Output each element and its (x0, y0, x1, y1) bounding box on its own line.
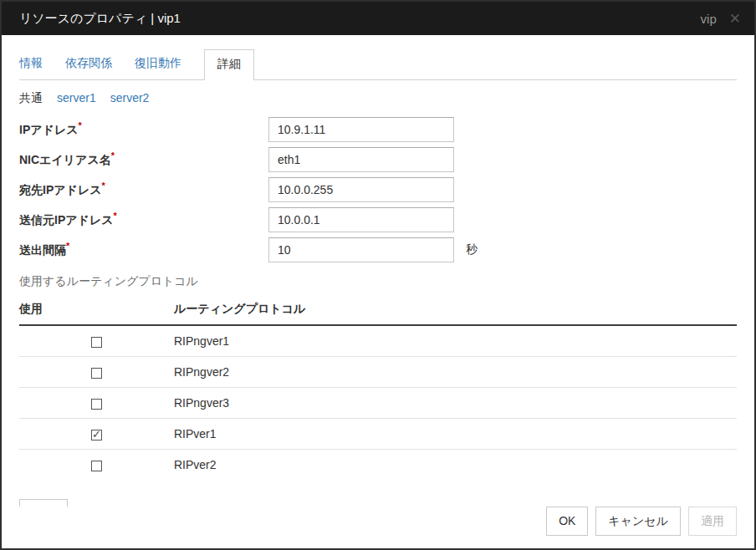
field-label: 宛先IPアドレス* (19, 181, 268, 198)
ok-button[interactable]: OK (546, 507, 588, 536)
protocol-name: RIPngver2 (174, 357, 737, 388)
detail-form: IPアドレス*NICエイリアス名*宛先IPアドレス*送信元IPアドレス*送出間隔… (19, 116, 737, 262)
required-asterisk: * (114, 211, 117, 221)
field-input[interactable] (268, 177, 454, 202)
required-asterisk: * (102, 181, 105, 191)
server-subtabs: 共通server1server2 (19, 91, 737, 106)
form-row: IPアドレス* (19, 116, 737, 142)
table-row: RIPver1 (19, 419, 737, 450)
use-checkbox[interactable] (91, 461, 102, 471)
form-row: NICエイリアス名* (19, 146, 737, 172)
field-input[interactable] (268, 237, 454, 262)
adjust-button[interactable]: 調整 (19, 499, 68, 507)
close-icon[interactable]: ✕ (729, 12, 741, 26)
apply-button[interactable]: 適用 (688, 507, 737, 536)
use-checkbox[interactable] (91, 368, 102, 379)
table-row: RIPver2 (19, 450, 737, 481)
field-label: 送信元IPアドレス* (19, 211, 268, 228)
routing-protocol-section-label: 使用するルーティングプロトコル (19, 274, 737, 289)
field-input[interactable] (268, 207, 454, 232)
table-row: RIPngver2 (19, 357, 737, 388)
subtab-server2[interactable]: server2 (110, 91, 150, 106)
tab-情報[interactable]: 情報 (19, 48, 43, 79)
dialog-title: リソースのプロパティ | vip1 (19, 11, 181, 27)
protocol-name: RIPngver3 (174, 388, 737, 419)
protocol-name: RIPngver1 (174, 325, 737, 357)
use-cell (19, 450, 174, 481)
cancel-button[interactable]: キャンセル (595, 507, 681, 536)
field-label: 送出間隔* (19, 241, 268, 258)
field-unit-suffix: 秒 (466, 242, 478, 257)
use-checkbox[interactable] (91, 430, 102, 441)
tab-依存関係[interactable]: 依存関係 (65, 48, 112, 79)
form-row: 送信元IPアドレス* (19, 206, 737, 232)
use-cell (19, 325, 174, 357)
use-checkbox[interactable] (91, 399, 102, 410)
column-header-protocol: ルーティングプロトコル (174, 295, 737, 325)
required-asterisk: * (79, 120, 82, 130)
tab-bar: 情報依存関係復旧動作詳細 (19, 48, 737, 80)
form-row: 送出間隔*秒 (19, 237, 737, 262)
table-row: RIPngver3 (19, 388, 737, 419)
form-row: 宛先IPアドレス* (19, 176, 737, 202)
field-input[interactable] (268, 147, 454, 172)
tab-詳細[interactable]: 詳細 (204, 49, 254, 80)
column-header-use: 使用 (19, 295, 174, 325)
required-asterisk: * (66, 241, 69, 251)
field-input[interactable] (268, 117, 454, 142)
protocol-name: RIPver1 (174, 419, 737, 450)
dialog-titlebar: リソースのプロパティ | vip1 vip ✕ (2, 2, 754, 35)
routing-protocol-table: 使用 ルーティングプロトコル RIPngver1RIPngver2RIPngve… (19, 295, 737, 480)
tab-復旧動作[interactable]: 復旧動作 (135, 48, 181, 79)
table-header-row: 使用 ルーティングプロトコル (19, 295, 737, 325)
corner-label: vip (701, 12, 717, 26)
protocol-name: RIPver2 (174, 450, 737, 481)
subtab-server1[interactable]: server1 (57, 91, 96, 106)
use-cell (19, 388, 174, 419)
table-row: RIPngver1 (19, 325, 737, 357)
dialog-content: 情報依存関係復旧動作詳細 共通server1server2 IPアドレス*NIC… (2, 35, 754, 507)
adjust-button-wrap: 調整 (19, 499, 737, 507)
use-checkbox[interactable] (91, 337, 102, 348)
required-asterisk: * (111, 150, 115, 160)
use-cell (19, 357, 174, 388)
resource-properties-dialog: リソースのプロパティ | vip1 vip ✕ 情報依存関係復旧動作詳細 共通s… (0, 0, 756, 550)
field-label: IPアドレス* (19, 120, 268, 138)
use-cell (19, 419, 174, 450)
field-label: NICエイリアス名* (19, 150, 268, 168)
subtab-共通[interactable]: 共通 (19, 91, 43, 106)
dialog-footer: OK キャンセル 適用 (2, 507, 754, 548)
